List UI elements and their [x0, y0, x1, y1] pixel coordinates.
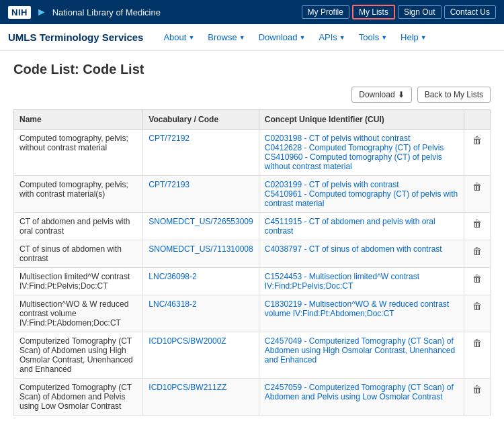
delete-row-button[interactable]: 🗑: [470, 336, 485, 350]
table-row: Multisection^WO & W reduced contrast vol…: [14, 295, 491, 332]
cell-name: Computerized Tomography (CT Scan) of Abd…: [14, 332, 143, 379]
nav-help-label: Help: [401, 32, 419, 42]
nav-browse[interactable]: Browse ▼: [201, 24, 251, 51]
table-row: CT of abdomen and pelvis with oral contr…: [14, 213, 491, 240]
my-profile-button[interactable]: My Profile: [302, 5, 349, 19]
cell-delete: 🗑: [464, 379, 490, 416]
nav-apis-label: APIs: [319, 32, 337, 42]
vocab-code-link[interactable]: CPT/72193: [149, 180, 190, 189]
download-label: Download: [359, 90, 394, 99]
cell-delete: 🗑: [464, 240, 490, 268]
cui-link[interactable]: CS410960: [265, 152, 303, 162]
delete-row-button[interactable]: 🗑: [470, 299, 485, 313]
back-to-my-lists-button[interactable]: Back to My Lists: [417, 87, 491, 103]
cell-vocab-code: CPT/72192: [143, 130, 259, 176]
top-bar-left: NIH ► National Library of Medicine: [8, 6, 161, 19]
cell-cui: C0203198 - CT of pelvis without contrast…: [259, 130, 464, 176]
contact-us-button[interactable]: Contact Us: [444, 5, 496, 19]
cell-name: Computed tomography, pelvis; with contra…: [14, 176, 143, 213]
nav-download-label: Download: [259, 32, 298, 42]
download-button[interactable]: Download ⬇: [351, 87, 411, 103]
cui-link[interactable]: C0203199: [265, 180, 302, 189]
cell-cui: C4511915 - CT of abdomen and pelvis with…: [259, 213, 464, 240]
main-content: Code List: Code List Download ⬇ Back to …: [0, 51, 504, 426]
tools-dropdown-icon: ▼: [381, 34, 387, 41]
apis-dropdown-icon: ▼: [339, 34, 345, 41]
vocab-code-link[interactable]: SNOMEDCT_US/726553009: [149, 217, 253, 226]
sign-out-button[interactable]: Sign Out: [398, 5, 442, 19]
cell-name: CT of abdomen and pelvis with oral contr…: [14, 213, 143, 240]
cui-link[interactable]: C0412628: [265, 143, 302, 152]
cell-delete: 🗑: [464, 176, 490, 213]
nav-help[interactable]: Help ▼: [394, 24, 433, 51]
vocab-code-link[interactable]: SNOMEDCT_US/711310008: [149, 244, 253, 254]
cell-name: Multisection^WO & W reduced contrast vol…: [14, 295, 143, 332]
cell-vocab-code: ICD10PCS/BW2000Z: [143, 332, 259, 379]
cell-delete: 🗑: [464, 213, 490, 240]
action-bar: Download ⬇ Back to My Lists: [13, 87, 491, 103]
col-header-name: Name: [14, 110, 143, 130]
vocab-code-link[interactable]: ICD10PCS/BW2000Z: [149, 336, 226, 346]
cui-link[interactable]: C2457059: [265, 383, 302, 392]
cell-delete: 🗑: [464, 130, 490, 176]
download-dropdown-icon: ▼: [299, 34, 305, 41]
nav-about[interactable]: About ▼: [157, 24, 201, 51]
table-row: Computerized Tomography (CT Scan) of Abd…: [14, 379, 491, 416]
vocab-code-link[interactable]: LNC/36098-2: [149, 272, 196, 281]
delete-row-button[interactable]: 🗑: [470, 217, 485, 230]
code-list-table: Name Vocabulary / Code Concept Unique Id…: [13, 109, 491, 416]
cell-cui: C2457049 - Computerized Tomography (CT S…: [259, 332, 464, 379]
download-icon: ⬇: [398, 90, 405, 99]
cell-cui: C0203199 - CT of pelvis with contrastC54…: [259, 176, 464, 213]
cell-cui: C4038797 - CT of sinus of abdomen with c…: [259, 240, 464, 268]
nav-apis[interactable]: APIs ▼: [312, 24, 351, 51]
cell-cui: C1524453 - Multisection limited^W contra…: [259, 268, 464, 295]
cell-vocab-code: LNC/36098-2: [143, 268, 259, 295]
top-bar: NIH ► National Library of Medicine My Pr…: [0, 0, 504, 24]
table-row: Computed tomography, pelvis; with contra…: [14, 176, 491, 213]
nav-about-label: About: [163, 32, 186, 42]
site-title: UMLS Terminology Services: [8, 32, 143, 43]
table-row: Computerized Tomography (CT Scan) of Abd…: [14, 332, 491, 379]
nav-bar: UMLS Terminology Services About ▼ Browse…: [0, 24, 504, 51]
vocab-code-link[interactable]: ICD10PCS/BW211ZZ: [149, 383, 226, 392]
cui-link[interactable]: C4038797: [265, 244, 302, 254]
cui-link[interactable]: C1524453: [265, 272, 302, 281]
nih-logo: NIH: [8, 6, 31, 19]
cui-link[interactable]: C0203198: [265, 134, 302, 143]
vocab-code-link[interactable]: LNC/46318-2: [149, 299, 196, 309]
cell-vocab-code: LNC/46318-2: [143, 295, 259, 332]
cell-delete: 🗑: [464, 268, 490, 295]
cell-name: CT of sinus of abdomen with contrast: [14, 240, 143, 268]
cell-vocab-code: CPT/72193: [143, 176, 259, 213]
cui-link[interactable]: C4511915: [265, 217, 302, 226]
cui-link[interactable]: C1830219: [265, 299, 302, 309]
vocab-code-link[interactable]: CPT/72192: [149, 134, 190, 143]
table-header-row: Name Vocabulary / Code Concept Unique Id…: [14, 110, 491, 130]
cell-cui: C1830219 - Multisection^WO & W reduced c…: [259, 295, 464, 332]
nav-tools[interactable]: Tools ▼: [352, 24, 394, 51]
top-bar-right: My Profile My Lists Sign Out Contact Us: [302, 5, 496, 19]
cell-name: Multisection limited^W contrast IV:Find:…: [14, 268, 143, 295]
cui-link[interactable]: C5410961: [265, 189, 302, 199]
delete-row-button[interactable]: 🗑: [470, 244, 485, 258]
cell-name: Computed tomography, pelvis; without con…: [14, 130, 143, 176]
my-lists-button[interactable]: My Lists: [352, 5, 395, 19]
nav-download[interactable]: Download ▼: [252, 24, 312, 51]
about-dropdown-icon: ▼: [188, 34, 194, 41]
delete-row-button[interactable]: 🗑: [470, 383, 485, 396]
cui-link[interactable]: C2457049: [265, 336, 302, 346]
col-header-vocab: Vocabulary / Code: [143, 110, 259, 130]
cell-vocab-code: SNOMEDCT_US/711310008: [143, 240, 259, 268]
delete-row-button[interactable]: 🗑: [470, 134, 485, 147]
col-header-cui: Concept Unique Identifier (CUI): [259, 110, 464, 130]
table-row: Multisection limited^W contrast IV:Find:…: [14, 268, 491, 295]
browse-dropdown-icon: ▼: [239, 34, 245, 41]
nav-browse-label: Browse: [208, 32, 237, 42]
delete-row-button[interactable]: 🗑: [470, 180, 485, 193]
nlm-label: National Library of Medicine: [52, 7, 161, 17]
cell-cui: C2457059 - Computerized Tomography (CT S…: [259, 379, 464, 416]
page-title: Code List: Code List: [13, 62, 491, 77]
table-row: CT of sinus of abdomen with contrastSNOM…: [14, 240, 491, 268]
delete-row-button[interactable]: 🗑: [470, 272, 485, 285]
